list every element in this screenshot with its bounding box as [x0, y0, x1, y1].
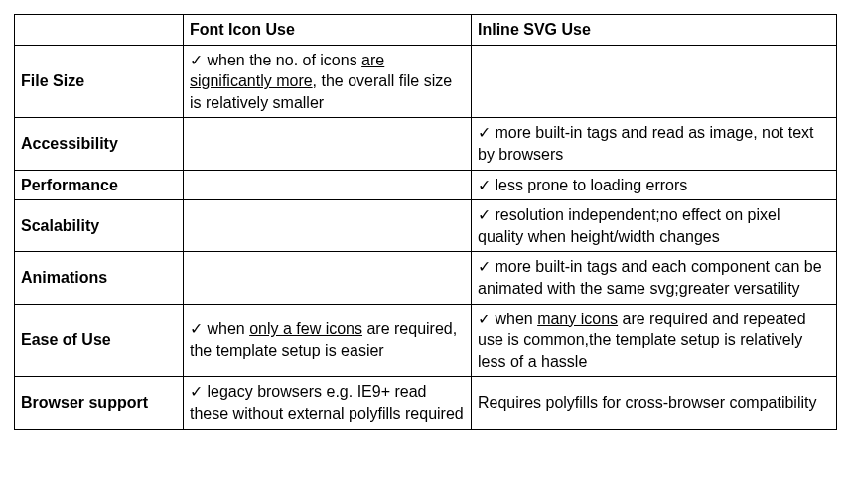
check-icon: ✓: [478, 258, 491, 275]
check-icon: ✓: [190, 383, 203, 400]
table-row: File Size✓ when the no. of icons are sig…: [15, 45, 837, 118]
table-body: File Size✓ when the no. of icons are sig…: [15, 45, 837, 429]
table-row: Performance✓ less prone to loading error…: [15, 170, 837, 200]
cell-text: more built-in tags and read as image, no…: [478, 124, 814, 163]
cell-text: legacy browsers e.g. IE9+ read these wit…: [190, 383, 464, 422]
table-row: Scalability✓ resolution independent;no e…: [15, 200, 837, 252]
cell-text: only a few icons: [249, 320, 362, 337]
header-font-icon: Font Icon Use: [184, 15, 472, 46]
cell-text: Requires polyfills for cross-browser com…: [478, 394, 816, 411]
cell-text: when the no. of icons: [203, 52, 361, 68]
check-icon: ✓: [478, 206, 491, 223]
cell-font-icon: ✓ when only a few icons are required, th…: [184, 304, 472, 377]
check-icon: ✓: [190, 52, 203, 68]
check-icon: ✓: [478, 177, 491, 193]
cell-font-icon: [184, 252, 472, 304]
header-inline-svg: Inline SVG Use: [472, 15, 837, 46]
header-row: Font Icon Use Inline SVG Use: [15, 15, 837, 46]
row-label: Accessibility: [15, 118, 184, 170]
cell-font-icon: [184, 118, 472, 170]
cell-font-icon: ✓ legacy browsers e.g. IE9+ read these w…: [184, 377, 472, 429]
cell-text: resolution independent;no effect on pixe…: [478, 206, 780, 245]
cell-text: more built-in tags and each component ca…: [478, 258, 822, 297]
check-icon: ✓: [190, 320, 203, 337]
cell-font-icon: ✓ when the no. of icons are significantl…: [184, 45, 472, 118]
cell-text: when: [491, 311, 537, 327]
cell-font-icon: [184, 170, 472, 200]
row-label: Performance: [15, 170, 184, 200]
comparison-table: Font Icon Use Inline SVG Use File Size✓ …: [14, 14, 837, 430]
table-row: Browser support✓ legacy browsers e.g. IE…: [15, 377, 837, 429]
cell-font-icon: [184, 200, 472, 252]
check-icon: ✓: [478, 124, 491, 141]
row-label: Browser support: [15, 377, 184, 429]
cell-inline-svg: ✓ resolution independent;no effect on pi…: [472, 200, 837, 252]
cell-inline-svg: Requires polyfills for cross-browser com…: [472, 377, 837, 429]
row-label: Ease of Use: [15, 304, 184, 377]
cell-text: when: [203, 320, 249, 337]
cell-inline-svg: [472, 45, 837, 118]
row-label: Animations: [15, 252, 184, 304]
table-row: Ease of Use✓ when only a few icons are r…: [15, 304, 837, 377]
cell-inline-svg: ✓ more built-in tags and read as image, …: [472, 118, 837, 170]
cell-inline-svg: ✓ when many icons are required and repea…: [472, 304, 837, 377]
cell-text: less prone to loading errors: [491, 177, 687, 193]
header-corner: [15, 15, 184, 46]
row-label: File Size: [15, 45, 184, 118]
row-label: Scalability: [15, 200, 184, 252]
table-row: Accessibility✓ more built-in tags and re…: [15, 118, 837, 170]
cell-text: many icons: [537, 311, 618, 327]
check-icon: ✓: [478, 311, 491, 327]
cell-inline-svg: ✓ more built-in tags and each component …: [472, 252, 837, 304]
table-row: Animations✓ more built-in tags and each …: [15, 252, 837, 304]
cell-inline-svg: ✓ less prone to loading errors: [472, 170, 837, 200]
